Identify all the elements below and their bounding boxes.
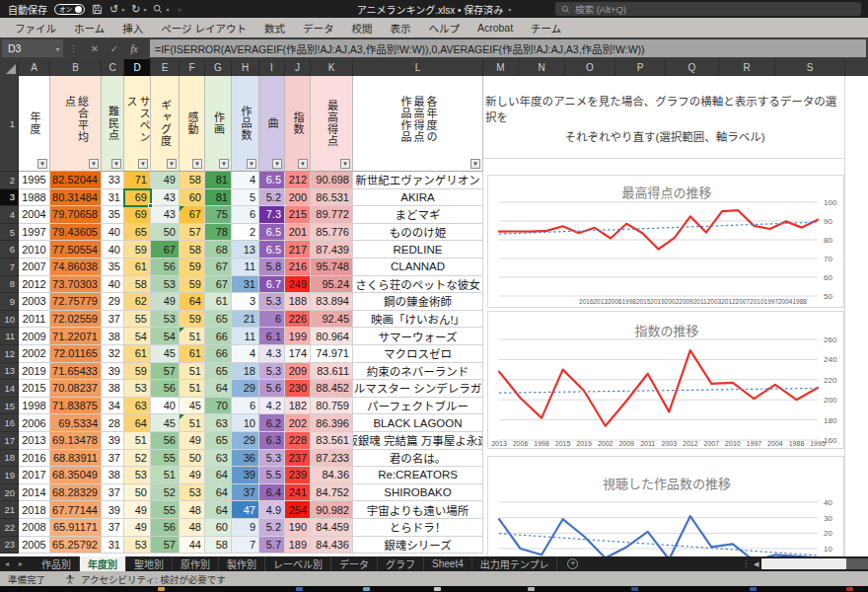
cell-E2[interactable]: 49 [151,172,180,189]
cell-H12[interactable]: 4 [232,345,259,363]
cell-F17[interactable]: 49 [180,432,205,450]
cell-A23[interactable]: 2005 [19,537,50,555]
cell-J18[interactable]: 237 [285,450,311,468]
column-header-R[interactable]: R [719,59,775,76]
taskbar-app-icon[interactable] [750,587,757,591]
cell-D21[interactable]: 49 [124,501,151,519]
column-header-B[interactable]: B [50,59,102,76]
cell-G16[interactable]: 63 [205,414,232,432]
search-input[interactable] [575,4,832,15]
cell-E4[interactable]: 43 [151,206,180,224]
row-header-10[interactable]: 10 [0,311,19,329]
cell-I20[interactable]: 6.4 [259,484,285,502]
cell-G9[interactable]: 61 [205,293,232,311]
cell-J11[interactable]: 199 [285,328,311,345]
cell-L12[interactable]: マクロスゼロ [353,345,483,363]
cell-F3[interactable]: 60 [180,189,205,207]
cell-E16[interactable]: 45 [151,414,180,432]
cell-K9[interactable]: 83.894 [311,293,353,311]
undo-caret-icon[interactable]: ▾ [121,6,124,13]
cell-C23[interactable]: 31 [102,537,124,555]
cell-E5[interactable]: 50 [151,224,180,242]
cell-A9[interactable]: 2003 [19,293,50,311]
row-header-14[interactable]: 14 [0,380,19,398]
cell-G8[interactable]: 67 [205,276,232,294]
cell-G11[interactable]: 66 [205,328,232,345]
cell-G7[interactable]: 67 [205,259,232,276]
cell-D13[interactable]: 59 [124,363,151,381]
cell-E22[interactable]: 56 [151,519,180,537]
cell-J6[interactable]: 217 [285,241,311,259]
row-header-1[interactable]: 1 [0,76,19,172]
cell-G2[interactable]: 81 [205,172,232,189]
cell-D7[interactable]: 61 [124,259,151,276]
taskbar-app-icon[interactable] [528,587,535,591]
cell-B13[interactable]: 71.65433 [50,363,102,381]
cell-G13[interactable]: 65 [205,363,232,381]
column-header-K[interactable]: K [311,59,353,76]
column-header-E[interactable]: E [151,59,180,76]
cell-A4[interactable]: 2004 [19,206,50,224]
cell-F20[interactable]: 53 [180,484,205,502]
cell-A6[interactable]: 2010 [19,241,50,259]
cell-B15[interactable]: 71.83875 [50,398,102,415]
cell-B10[interactable]: 72.02559 [50,311,102,329]
cell-D17[interactable]: 51 [124,432,151,450]
cancel-icon[interactable]: ✕ [85,43,105,54]
taskbar-app-icon[interactable] [296,587,303,591]
cell-L18[interactable]: 君の名は。 [353,450,483,468]
cell-I7[interactable]: 5.8 [259,259,285,276]
cell-A3[interactable]: 1988 [19,189,50,207]
sheet-tab-Sheet4[interactable]: Sheet4 [424,556,472,571]
scroll-left-icon[interactable]: ◀ [754,560,759,568]
cell-I21[interactable]: 4.9 [259,501,285,519]
undo-icon[interactable]: ↺ [109,4,118,15]
column-header-J[interactable]: J [285,59,311,76]
row-header-20[interactable]: 20 [0,484,19,502]
cell-F5[interactable]: 57 [180,224,205,242]
cell-G23[interactable]: 58 [205,537,232,555]
cell-B12[interactable]: 72.01165 [50,345,102,363]
cell-C9[interactable]: 29 [102,293,124,311]
column-header-F[interactable]: F [180,59,205,76]
cell-A18[interactable]: 2016 [19,450,50,468]
cell-E6[interactable]: 67 [151,241,180,259]
cell-B3[interactable]: 80.31484 [50,189,102,207]
chart-指数の推移[interactable]: 260240220200180160指数の推移20132006199820152… [487,311,844,449]
cell-D16[interactable]: 64 [124,414,151,432]
cell-L6[interactable]: REDLINE [353,241,483,259]
cell-K4[interactable]: 89.772 [311,206,353,224]
cell-F7[interactable]: 59 [180,259,205,276]
cell-D15[interactable]: 63 [124,398,151,415]
taskbar-app-icon[interactable] [363,587,370,591]
filter-button[interactable]: ▼ [470,159,480,169]
cell-A7[interactable]: 2007 [19,259,50,276]
cell-D2[interactable]: 71 [124,172,151,189]
cell-F12[interactable]: 61 [180,345,205,363]
cell-C16[interactable]: 28 [102,414,124,432]
cell-B23[interactable]: 65.25792 [50,537,102,555]
cell-J23[interactable]: 189 [285,537,311,555]
search-box[interactable] [555,2,861,16]
cell-C15[interactable]: 34 [102,398,124,415]
cell-D14[interactable]: 53 [124,380,151,398]
cell-E20[interactable]: 52 [151,484,180,502]
cell-K7[interactable]: 95.748 [311,259,353,276]
sheet-tab-作品別[interactable]: 作品別 [34,556,80,571]
cell-C21[interactable]: 39 [102,501,124,519]
cell-H22[interactable]: 9 [232,519,259,537]
cell-C19[interactable]: 38 [102,467,124,484]
enter-icon[interactable]: ✓ [105,43,124,54]
column-header-D[interactable]: D [124,59,151,76]
cell-K23[interactable]: 84.436 [311,537,353,555]
cell-B17[interactable]: 69.13478 [50,432,102,450]
cell-B9[interactable]: 72.75779 [50,293,102,311]
cell-F19[interactable]: 49 [180,467,205,484]
cell-D8[interactable]: 58 [124,276,151,294]
cell-G20[interactable]: 64 [205,484,232,502]
cell-A21[interactable]: 2018 [19,501,50,519]
cell-L23[interactable]: 銀魂シリーズ [353,537,483,555]
cell-J2[interactable]: 212 [285,172,311,189]
cell-A13[interactable]: 2019 [19,363,50,381]
cell-H21[interactable]: 47 [232,501,259,519]
